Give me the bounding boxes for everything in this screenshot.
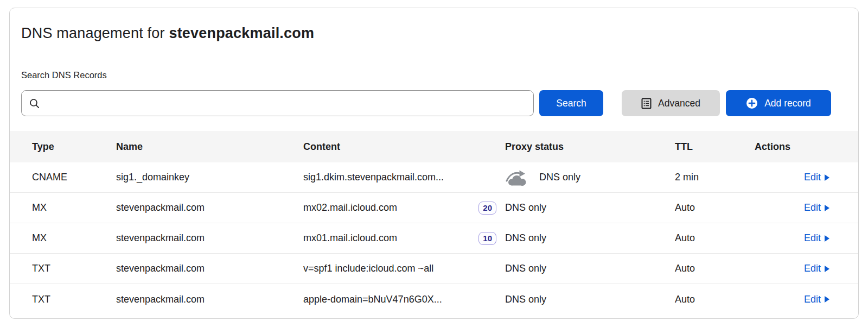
page-title: DNS management for stevenpackmail.com	[21, 25, 858, 42]
right-triangle-icon	[825, 296, 829, 303]
record-ttl: 2 min	[675, 172, 755, 183]
list-document-icon	[641, 98, 652, 109]
record-content: mx01.mail.icloud.com	[303, 232, 397, 244]
page-title-domain: stevenpackmail.com	[169, 25, 314, 41]
record-type: TXT	[32, 294, 116, 305]
edit-link-label: Edit	[804, 263, 821, 274]
edit-link-label: Edit	[804, 202, 821, 213]
edit-link[interactable]: Edit	[804, 202, 829, 213]
record-name: stevenpackmail.com	[116, 263, 303, 274]
record-ttl: Auto	[675, 294, 755, 305]
edit-link-label: Edit	[804, 172, 821, 183]
record-ttl: Auto	[675, 202, 755, 213]
column-header-actions: Actions	[755, 141, 829, 153]
table-row: MX stevenpackmail.com mx02.mail.icloud.c…	[10, 193, 858, 223]
proxy-status: DNS only	[505, 294, 546, 305]
proxy-status: DNS only	[505, 202, 546, 213]
page-title-prefix: DNS management for	[21, 25, 169, 41]
record-content: apple-domain=bNuV47n6G0X...	[303, 294, 442, 305]
record-type: MX	[32, 202, 116, 213]
edit-link[interactable]: Edit	[804, 172, 829, 183]
right-triangle-icon	[825, 235, 829, 242]
advanced-button-label: Advanced	[658, 98, 700, 109]
right-triangle-icon	[825, 266, 829, 272]
record-ttl: Auto	[675, 232, 755, 244]
record-content: sig1.dkim.stevenpackmail.com...	[303, 172, 444, 183]
search-icon	[29, 98, 40, 109]
priority-badge: 20	[478, 202, 496, 215]
search-records-label: Search DNS Records	[21, 70, 107, 80]
column-header-name: Name	[116, 141, 303, 153]
search-button[interactable]: Search	[539, 90, 603, 116]
right-triangle-icon	[825, 205, 829, 211]
record-name: sig1._domainkey	[116, 172, 303, 183]
record-type: MX	[32, 232, 116, 244]
priority-badge: 10	[478, 232, 496, 245]
record-type: TXT	[32, 263, 116, 274]
column-header-type: Type	[32, 141, 116, 153]
table-body: CNAME sig1._domainkey sig1.dkim.stevenpa…	[10, 162, 858, 315]
proxy-status: DNS only	[505, 263, 546, 274]
dns-management-card: DNS management for stevenpackmail.com Se…	[9, 8, 859, 319]
record-name: stevenpackmail.com	[116, 294, 303, 305]
column-header-content: Content	[303, 141, 505, 153]
dns-only-cloud-arrow-icon	[505, 169, 529, 186]
record-name: stevenpackmail.com	[116, 202, 303, 213]
table-row: CNAME sig1._domainkey sig1.dkim.stevenpa…	[10, 162, 858, 193]
table-header-row: Type Name Content Proxy status TTL Actio…	[10, 131, 858, 162]
search-input[interactable]	[45, 98, 526, 109]
table-row: TXT stevenpackmail.com v=spf1 include:ic…	[10, 254, 858, 284]
column-header-proxy-status: Proxy status	[505, 141, 675, 153]
edit-link[interactable]: Edit	[804, 232, 829, 244]
edit-link[interactable]: Edit	[804, 294, 829, 305]
edit-link-label: Edit	[804, 232, 821, 244]
add-record-button[interactable]: Add record	[726, 90, 831, 116]
proxy-status: DNS only	[539, 172, 580, 183]
dns-records-table: Type Name Content Proxy status TTL Actio…	[10, 131, 858, 315]
right-triangle-icon	[825, 174, 829, 181]
search-box[interactable]	[21, 90, 534, 116]
edit-link[interactable]: Edit	[804, 263, 829, 274]
proxy-status: DNS only	[505, 232, 546, 244]
column-header-ttl: TTL	[675, 141, 755, 153]
add-record-button-label: Add record	[764, 98, 811, 109]
record-content: mx02.mail.icloud.com	[303, 202, 397, 213]
table-row: TXT stevenpackmail.com apple-domain=bNuV…	[10, 284, 858, 315]
search-toolbar: Search Advanced Add record	[21, 90, 831, 116]
record-content: v=spf1 include:icloud.com ~all	[303, 263, 433, 274]
edit-link-label: Edit	[804, 294, 821, 305]
advanced-button[interactable]: Advanced	[622, 90, 720, 116]
record-ttl: Auto	[675, 263, 755, 274]
table-row: MX stevenpackmail.com mx01.mail.icloud.c…	[10, 223, 858, 254]
plus-circle-icon	[746, 97, 758, 109]
record-name: stevenpackmail.com	[116, 232, 303, 244]
record-type: CNAME	[32, 172, 116, 183]
